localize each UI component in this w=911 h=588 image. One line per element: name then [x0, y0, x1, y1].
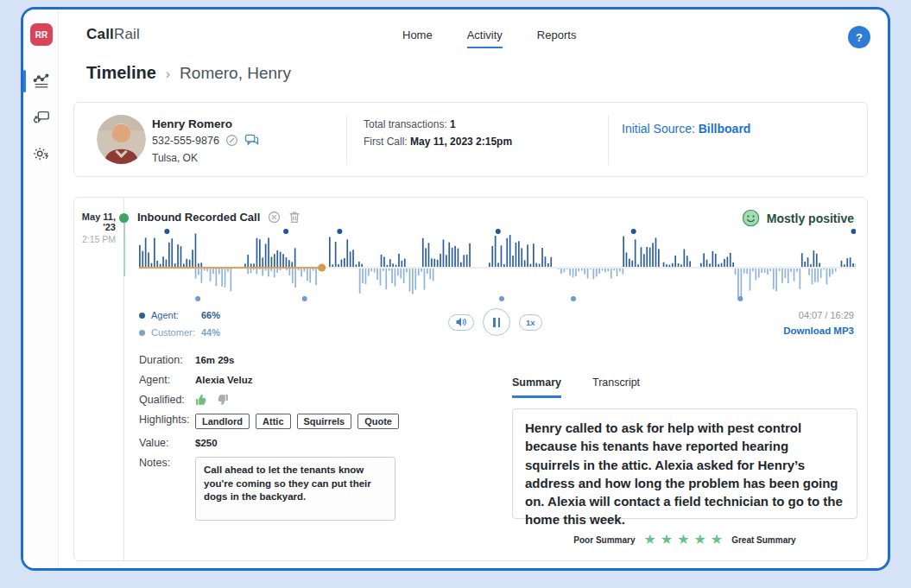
sidebar: RR — [23, 9, 59, 568]
positive-smiley-icon — [742, 209, 760, 227]
activity-chart-icon — [32, 72, 51, 91]
pause-button[interactable] — [483, 308, 510, 336]
contact-phone: 532-555-9876 — [152, 135, 219, 147]
value-label: Value: — [139, 437, 195, 449]
entry-time: 2:15 PM — [74, 234, 116, 244]
notes-field[interactable]: Call ahead to let the tenants know you'r… — [195, 457, 395, 521]
thumbs-down-icon[interactable] — [216, 394, 229, 406]
customer-talk-percent: 44% — [201, 327, 220, 338]
tab-transcript[interactable]: Transcript — [592, 376, 640, 398]
sidebar-item-conversations[interactable] — [23, 103, 59, 132]
initial-source: Initial Source: Billboard — [622, 122, 750, 136]
star-icon[interactable]: ★ — [677, 533, 689, 547]
call-details: Duration: 16m 29s Agent: Alexia Veluz Qu… — [139, 354, 484, 528]
talk-ratio-legend: Agent: 66% Customer: 44% — [139, 307, 220, 341]
avatar — [97, 115, 146, 164]
first-call-label: First Call: — [364, 136, 408, 148]
highlight-tag[interactable]: Quote — [357, 414, 399, 429]
block-number-icon[interactable] — [268, 211, 281, 224]
waveform-svg — [139, 227, 856, 303]
highlight-tag[interactable]: Attic — [256, 414, 290, 429]
breadcrumb-separator: › — [166, 66, 170, 82]
star-icon[interactable]: ★ — [643, 533, 655, 547]
delete-icon[interactable] — [288, 211, 301, 224]
contact-name: Henry Romero — [152, 117, 232, 130]
app-window: RR — [21, 7, 890, 571]
poor-summary-label: Poor Summary — [573, 535, 635, 545]
breadcrumb: Timeline › Romero, Henry — [86, 63, 291, 83]
brand-bold: Call — [86, 26, 114, 42]
first-call-value: May 11, 2023 2:15pm — [410, 136, 512, 148]
customer-legend-dot — [139, 330, 145, 336]
volume-button[interactable] — [448, 314, 474, 331]
active-indicator — [23, 70, 26, 92]
divider — [608, 115, 609, 165]
summary-rating-stars: ★★★★★ — [643, 533, 723, 547]
great-summary-label: Great Summary — [731, 535, 795, 545]
sidebar-item-settings[interactable] — [23, 139, 59, 168]
phone-chat-icon — [32, 108, 51, 127]
agent-legend-label: Agent: — [151, 310, 201, 320]
help-button[interactable]: ? — [848, 26, 870, 48]
playback-speed-button[interactable]: 1x — [519, 314, 542, 331]
divider — [346, 115, 347, 165]
nav-activity[interactable]: Activity — [467, 28, 503, 48]
duration-value: 16m 29s — [195, 354, 234, 365]
star-icon[interactable]: ★ — [711, 533, 723, 547]
timeline-dot — [119, 213, 129, 223]
playback-time: 04:07 / 16:29 — [799, 310, 854, 320]
gear-bolt-icon — [32, 144, 51, 163]
message-icon[interactable] — [244, 134, 259, 147]
sentiment-label: Mostly positive — [767, 212, 854, 225]
page-title[interactable]: Timeline — [86, 63, 156, 83]
duration-label: Duration: — [139, 354, 195, 366]
contact-location: Tulsa, OK — [152, 152, 198, 164]
agent-value: Alexia Veluz — [195, 374, 252, 385]
highlights-label: Highlights: — [139, 414, 195, 426]
total-transactions-label: Total transactions: — [364, 118, 447, 130]
contact-stats: Total transactions: 1 First Call: May 11… — [364, 118, 512, 148]
highlight-tag[interactable]: Landlord — [195, 414, 250, 429]
call-summary-text: Henry called to ask for help with pest c… — [512, 408, 857, 519]
nav-reports[interactable]: Reports — [537, 28, 577, 48]
entry-date: May 11, '23 — [74, 212, 116, 232]
star-icon[interactable]: ★ — [661, 533, 673, 547]
waveform[interactable] — [139, 227, 856, 303]
initial-source-label: Initial Source: — [622, 122, 695, 136]
notes-label: Notes: — [139, 457, 195, 469]
timeline-date: May 11, '23 2:15 PM — [74, 212, 116, 244]
account-logo[interactable]: RR — [30, 23, 53, 46]
edit-icon[interactable] — [225, 134, 238, 147]
agent-legend-dot — [139, 313, 145, 319]
timeline-connector — [123, 223, 125, 276]
breadcrumb-contact-name: Romero, Henry — [180, 64, 291, 83]
summary-tabs: Summary Transcript — [512, 376, 640, 398]
initial-source-value: Billboard — [699, 122, 751, 136]
sidebar-item-timeline[interactable] — [23, 66, 59, 96]
player-controls: 1x — [448, 308, 542, 336]
highlight-tag[interactable]: Squirrels — [297, 414, 352, 429]
qualified-label: Qualified: — [139, 394, 195, 406]
call-entry-card: May 11, '23 2:15 PM Inbound Recorded Cal… — [73, 197, 868, 561]
download-mp3-link[interactable]: Download MP3 — [783, 326, 854, 336]
agent-talk-percent: 66% — [201, 310, 220, 320]
call-title: Inbound Recorded Call — [137, 211, 260, 224]
total-transactions-value: 1 — [450, 118, 456, 130]
summary-rating: Poor Summary ★★★★★ Great Summary — [512, 533, 857, 547]
value-amount: $250 — [195, 437, 218, 448]
contact-card: Henry Romero 532-555-9876 Tulsa, OK Tota… — [73, 102, 868, 177]
brand-logo[interactable]: CallRail — [86, 26, 140, 43]
agent-label: Agent: — [139, 374, 195, 386]
sentiment-badge: Mostly positive — [742, 209, 854, 227]
tab-summary[interactable]: Summary — [512, 376, 561, 398]
thumbs-up-icon[interactable] — [195, 394, 208, 406]
customer-legend-label: Customer: — [151, 327, 201, 338]
nav-home[interactable]: Home — [402, 28, 433, 48]
star-icon[interactable]: ★ — [694, 533, 706, 547]
brand-light: Rail — [114, 26, 140, 42]
top-nav: Home Activity Reports — [402, 28, 576, 48]
